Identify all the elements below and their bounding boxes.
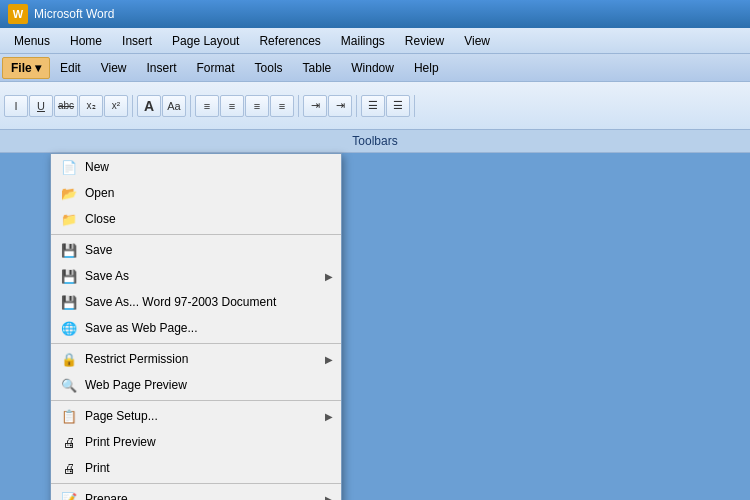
menu-bar: Menus Home Insert Page Layout References… (0, 28, 750, 54)
tb-align-center[interactable]: ≡ (220, 95, 244, 117)
menu-print-label: Print (85, 461, 333, 475)
menu-view[interactable]: View (454, 31, 500, 51)
toolbar-group-3: ≡ ≡ ≡ ≡ (195, 95, 299, 117)
title-text: Microsoft Word (34, 7, 742, 21)
menu-prepare[interactable]: 📝 Prepare ▶ (51, 486, 341, 500)
save-word-icon: 💾 (59, 293, 79, 311)
toolbar-group-1: I U abc x₂ x² (4, 95, 133, 117)
save-web-icon: 🌐 (59, 319, 79, 337)
file-menu-bar: File ▾ Edit View Insert Format Tools Tab… (0, 54, 750, 82)
menu-page-layout[interactable]: Page Layout (162, 31, 249, 51)
tab-insert[interactable]: Insert (137, 58, 187, 78)
tab-edit[interactable]: Edit (50, 58, 91, 78)
menu-insert[interactable]: Insert (112, 31, 162, 51)
new-icon: 📄 (59, 158, 79, 176)
menu-page-setup-label: Page Setup... (85, 409, 325, 423)
menu-open[interactable]: 📂 Open (51, 180, 341, 206)
menu-page-setup[interactable]: 📋 Page Setup... ▶ (51, 403, 341, 429)
tab-tools[interactable]: Tools (245, 58, 293, 78)
sep-1 (51, 234, 341, 235)
tab-view[interactable]: View (91, 58, 137, 78)
tab-help[interactable]: Help (404, 58, 449, 78)
toolbar-group-4: ⇥ ⇥ (303, 95, 357, 117)
menu-save-web-label: Save as Web Page... (85, 321, 333, 335)
save-icon: 💾 (59, 241, 79, 259)
file-button[interactable]: File ▾ (2, 57, 50, 79)
restrict-icon: 🔒 (59, 350, 79, 368)
tab-window[interactable]: Window (341, 58, 404, 78)
menu-prepare-label: Prepare (85, 492, 325, 500)
close-doc-icon: 📁 (59, 210, 79, 228)
tb-align-justify[interactable]: ≡ (270, 95, 294, 117)
open-icon: 📂 (59, 184, 79, 202)
menu-home[interactable]: Home (60, 31, 112, 51)
tb-btn-sub[interactable]: x₂ (79, 95, 103, 117)
tb-btn-1[interactable]: I (4, 95, 28, 117)
menu-save-word-label: Save As... Word 97-2003 Document (85, 295, 333, 309)
menu-print[interactable]: 🖨 Print (51, 455, 341, 481)
tb-btn-a-small[interactable]: Aa (162, 95, 186, 117)
tb-btn-abc[interactable]: abc (54, 95, 78, 117)
tb-btn-a-big[interactable]: A (137, 95, 161, 117)
menu-close-label: Close (85, 212, 333, 226)
toolbar-group-5: ☰ ☰ (361, 95, 415, 117)
menu-mailings[interactable]: Mailings (331, 31, 395, 51)
menu-save-label: Save (85, 243, 333, 257)
restrict-arrow: ▶ (325, 354, 333, 365)
tb-list-2[interactable]: ☰ (386, 95, 410, 117)
save-as-icon: 💾 (59, 267, 79, 285)
tb-list[interactable]: ☰ (361, 95, 385, 117)
menu-web-preview[interactable]: 🔍 Web Page Preview (51, 372, 341, 398)
print-preview-icon: 🖨 (59, 433, 79, 451)
menu-save-as[interactable]: 💾 Save As ▶ (51, 263, 341, 289)
sep-3 (51, 400, 341, 401)
save-as-arrow: ▶ (325, 271, 333, 282)
toolbars-label: Toolbars (0, 130, 750, 153)
menu-open-label: Open (85, 186, 333, 200)
menu-save[interactable]: 💾 Save (51, 237, 341, 263)
menu-new-label: New (85, 160, 333, 174)
main-content: 📄 New 📂 Open 📁 Close 💾 Save 💾 Save As ▶ … (0, 153, 750, 500)
tb-indent[interactable]: ⇥ (303, 95, 327, 117)
sep-2 (51, 343, 341, 344)
tab-table[interactable]: Table (293, 58, 342, 78)
app-icon: W (8, 4, 28, 24)
tb-align-right[interactable]: ≡ (245, 95, 269, 117)
menu-menus[interactable]: Menus (4, 31, 60, 51)
page-setup-arrow: ▶ (325, 411, 333, 422)
menu-print-preview-label: Print Preview (85, 435, 333, 449)
menu-new[interactable]: 📄 New (51, 154, 341, 180)
menu-save-as-label: Save As (85, 269, 325, 283)
title-bar: W Microsoft Word (0, 0, 750, 28)
menu-close[interactable]: 📁 Close (51, 206, 341, 232)
toolbar: I U abc x₂ x² A Aa ≡ ≡ ≡ ≡ ⇥ ⇥ ☰ ☰ (0, 82, 750, 130)
tb-align-left[interactable]: ≡ (195, 95, 219, 117)
page-setup-icon: 📋 (59, 407, 79, 425)
menu-restrict-label: Restrict Permission (85, 352, 325, 366)
prepare-icon: 📝 (59, 490, 79, 500)
tb-indent-more[interactable]: ⇥ (328, 95, 352, 117)
tb-btn-sup[interactable]: x² (104, 95, 128, 117)
file-dropdown-menu: 📄 New 📂 Open 📁 Close 💾 Save 💾 Save As ▶ … (50, 153, 342, 500)
web-preview-icon: 🔍 (59, 376, 79, 394)
menu-review[interactable]: Review (395, 31, 454, 51)
tb-btn-2[interactable]: U (29, 95, 53, 117)
menu-save-web[interactable]: 🌐 Save as Web Page... (51, 315, 341, 341)
toolbar-group-2: A Aa (137, 95, 191, 117)
prepare-arrow: ▶ (325, 494, 333, 501)
tab-format[interactable]: Format (187, 58, 245, 78)
menu-save-word[interactable]: 💾 Save As... Word 97-2003 Document (51, 289, 341, 315)
menu-restrict[interactable]: 🔒 Restrict Permission ▶ (51, 346, 341, 372)
menu-web-preview-label: Web Page Preview (85, 378, 333, 392)
sep-4 (51, 483, 341, 484)
menu-print-preview[interactable]: 🖨 Print Preview (51, 429, 341, 455)
print-icon: 🖨 (59, 459, 79, 477)
menu-references[interactable]: References (249, 31, 330, 51)
